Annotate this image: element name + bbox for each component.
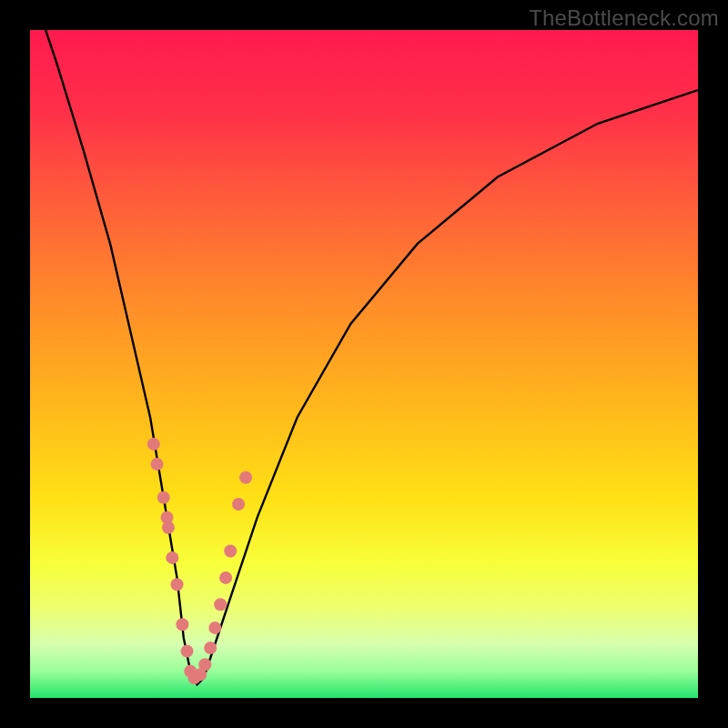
scatter-point: [208, 622, 221, 634]
scatter-point: [171, 578, 184, 591]
scatter-point: [157, 491, 170, 504]
watermark-text: TheBottleneck.com: [529, 5, 719, 31]
scatter-point: [162, 521, 175, 534]
curve-layer: [30, 30, 698, 698]
bottleneck-curve: [30, 30, 698, 684]
scatter-point: [181, 645, 194, 658]
plot-area: [30, 30, 698, 698]
scatter-point: [204, 642, 217, 654]
scatter-point: [147, 438, 160, 450]
chart-frame: TheBottleneck.com: [0, 0, 728, 728]
scatter-point: [176, 618, 188, 631]
scatter-point: [224, 545, 237, 558]
scatter-points: [147, 438, 252, 684]
scatter-point: [151, 458, 164, 470]
scatter-point: [214, 598, 227, 611]
scatter-point: [239, 471, 252, 484]
scatter-point: [232, 498, 245, 511]
scatter-point: [166, 551, 178, 564]
scatter-point: [219, 571, 232, 584]
scatter-point: [198, 658, 211, 671]
